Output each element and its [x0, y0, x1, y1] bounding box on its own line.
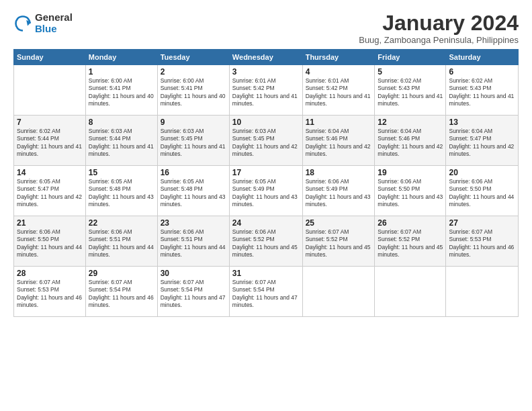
table-row: 2Sunrise: 6:00 AM Sunset: 5:41 PM Daylig…: [157, 65, 229, 116]
day-number: 24: [232, 218, 300, 228]
day-number: 15: [89, 168, 154, 177]
day-info: Sunrise: 6:05 AM Sunset: 5:48 PM Dayligh…: [161, 178, 226, 209]
day-info: Sunrise: 6:06 AM Sunset: 5:51 PM Dayligh…: [161, 228, 226, 259]
logo-line1: General: [35, 12, 73, 24]
day-info: Sunrise: 6:03 AM Sunset: 5:45 PM Dayligh…: [232, 128, 300, 158]
logo-line2: Blue: [35, 24, 73, 35]
day-number: 20: [449, 168, 515, 177]
table-row: 19Sunrise: 6:06 AM Sunset: 5:50 PM Dayli…: [375, 166, 446, 216]
col-saturday: Saturday: [446, 50, 519, 65]
day-info: Sunrise: 6:05 AM Sunset: 5:49 PM Dayligh…: [232, 178, 300, 209]
table-row: [446, 267, 519, 317]
day-info: Sunrise: 6:00 AM Sunset: 5:41 PM Dayligh…: [89, 77, 154, 108]
day-info: Sunrise: 6:07 AM Sunset: 5:53 PM Dayligh…: [17, 279, 83, 310]
day-number: 30: [161, 269, 226, 278]
calendar-week-row: 14Sunrise: 6:05 AM Sunset: 5:47 PM Dayli…: [14, 166, 519, 216]
day-info: Sunrise: 6:06 AM Sunset: 5:49 PM Dayligh…: [306, 178, 372, 209]
day-info: Sunrise: 6:06 AM Sunset: 5:50 PM Dayligh…: [17, 228, 83, 259]
day-number: 11: [306, 118, 372, 127]
page: General Blue January 2024 Buug, Zamboang…: [0, 0, 532, 411]
table-row: 7Sunrise: 6:02 AM Sunset: 5:44 PM Daylig…: [14, 116, 86, 166]
day-info: Sunrise: 6:04 AM Sunset: 5:46 PM Dayligh…: [378, 128, 443, 158]
day-number: 10: [232, 118, 300, 127]
day-number: 25: [306, 218, 372, 228]
table-row: 10Sunrise: 6:03 AM Sunset: 5:45 PM Dayli…: [229, 116, 302, 166]
table-row: 11Sunrise: 6:04 AM Sunset: 5:46 PM Dayli…: [302, 116, 375, 166]
table-row: 14Sunrise: 6:05 AM Sunset: 5:47 PM Dayli…: [14, 166, 86, 216]
day-number: 27: [449, 218, 515, 228]
calendar-week-row: 21Sunrise: 6:06 AM Sunset: 5:50 PM Dayli…: [14, 216, 519, 267]
day-info: Sunrise: 6:06 AM Sunset: 5:50 PM Dayligh…: [378, 178, 443, 209]
day-info: Sunrise: 6:01 AM Sunset: 5:42 PM Dayligh…: [232, 77, 300, 108]
day-info: Sunrise: 6:04 AM Sunset: 5:47 PM Dayligh…: [449, 128, 515, 158]
table-row: 8Sunrise: 6:03 AM Sunset: 5:44 PM Daylig…: [85, 116, 157, 166]
day-number: 7: [17, 118, 83, 127]
table-row: 5Sunrise: 6:02 AM Sunset: 5:43 PM Daylig…: [375, 65, 446, 116]
header: General Blue January 2024 Buug, Zamboang…: [13, 12, 519, 45]
day-info: Sunrise: 6:07 AM Sunset: 5:52 PM Dayligh…: [306, 228, 372, 259]
day-number: 29: [89, 269, 154, 278]
day-number: 5: [378, 67, 443, 77]
day-number: 2: [161, 67, 226, 77]
calendar-week-row: 28Sunrise: 6:07 AM Sunset: 5:53 PM Dayli…: [14, 267, 519, 317]
col-tuesday: Tuesday: [157, 50, 229, 65]
day-info: Sunrise: 6:05 AM Sunset: 5:47 PM Dayligh…: [17, 178, 83, 209]
col-sunday: Sunday: [14, 50, 86, 65]
day-number: 17: [232, 168, 300, 177]
day-info: Sunrise: 6:01 AM Sunset: 5:42 PM Dayligh…: [306, 77, 372, 108]
logo: General Blue: [13, 12, 73, 34]
day-number: 13: [449, 118, 515, 127]
table-row: 30Sunrise: 6:07 AM Sunset: 5:54 PM Dayli…: [157, 267, 229, 317]
logo-icon: [13, 14, 32, 33]
table-row: 27Sunrise: 6:07 AM Sunset: 5:53 PM Dayli…: [446, 216, 519, 267]
table-row: 22Sunrise: 6:06 AM Sunset: 5:51 PM Dayli…: [85, 216, 157, 267]
table-row: 13Sunrise: 6:04 AM Sunset: 5:47 PM Dayli…: [446, 116, 519, 166]
table-row: 28Sunrise: 6:07 AM Sunset: 5:53 PM Dayli…: [14, 267, 86, 317]
table-row: 4Sunrise: 6:01 AM Sunset: 5:42 PM Daylig…: [302, 65, 375, 116]
col-thursday: Thursday: [302, 50, 375, 65]
title-block: January 2024 Buug, Zamboanga Peninsula, …: [359, 12, 519, 45]
table-row: 31Sunrise: 6:07 AM Sunset: 5:54 PM Dayli…: [229, 267, 302, 317]
day-info: Sunrise: 6:02 AM Sunset: 5:44 PM Dayligh…: [17, 128, 83, 158]
day-info: Sunrise: 6:07 AM Sunset: 5:53 PM Dayligh…: [449, 228, 515, 259]
day-info: Sunrise: 6:02 AM Sunset: 5:43 PM Dayligh…: [449, 77, 515, 108]
col-wednesday: Wednesday: [229, 50, 302, 65]
calendar-week-row: 7Sunrise: 6:02 AM Sunset: 5:44 PM Daylig…: [14, 116, 519, 166]
table-row: 21Sunrise: 6:06 AM Sunset: 5:50 PM Dayli…: [14, 216, 86, 267]
day-info: Sunrise: 6:02 AM Sunset: 5:43 PM Dayligh…: [378, 77, 443, 108]
calendar-header-row: Sunday Monday Tuesday Wednesday Thursday…: [14, 50, 519, 65]
day-number: 14: [17, 168, 83, 177]
day-number: 28: [17, 269, 83, 278]
table-row: 3Sunrise: 6:01 AM Sunset: 5:42 PM Daylig…: [229, 65, 302, 116]
day-number: 4: [306, 67, 372, 77]
table-row: 20Sunrise: 6:06 AM Sunset: 5:50 PM Dayli…: [446, 166, 519, 216]
month-title: January 2024: [359, 12, 519, 34]
day-info: Sunrise: 6:07 AM Sunset: 5:52 PM Dayligh…: [378, 228, 443, 259]
table-row: 26Sunrise: 6:07 AM Sunset: 5:52 PM Dayli…: [375, 216, 446, 267]
table-row: 12Sunrise: 6:04 AM Sunset: 5:46 PM Dayli…: [375, 116, 446, 166]
day-info: Sunrise: 6:07 AM Sunset: 5:54 PM Dayligh…: [232, 279, 300, 310]
table-row: [14, 65, 86, 116]
day-number: 23: [161, 218, 226, 228]
day-info: Sunrise: 6:03 AM Sunset: 5:45 PM Dayligh…: [161, 128, 226, 158]
day-info: Sunrise: 6:06 AM Sunset: 5:52 PM Dayligh…: [232, 228, 300, 259]
calendar-table: Sunday Monday Tuesday Wednesday Thursday…: [13, 49, 519, 317]
day-info: Sunrise: 6:07 AM Sunset: 5:54 PM Dayligh…: [89, 279, 154, 310]
table-row: 29Sunrise: 6:07 AM Sunset: 5:54 PM Dayli…: [85, 267, 157, 317]
col-monday: Monday: [85, 50, 157, 65]
day-number: 1: [89, 67, 154, 77]
day-info: Sunrise: 6:07 AM Sunset: 5:54 PM Dayligh…: [161, 279, 226, 310]
table-row: [302, 267, 375, 317]
day-info: Sunrise: 6:03 AM Sunset: 5:44 PM Dayligh…: [89, 128, 154, 158]
day-number: 19: [378, 168, 443, 177]
day-number: 16: [161, 168, 226, 177]
calendar-week-row: 1Sunrise: 6:00 AM Sunset: 5:41 PM Daylig…: [14, 65, 519, 116]
table-row: 1Sunrise: 6:00 AM Sunset: 5:41 PM Daylig…: [85, 65, 157, 116]
day-number: 8: [89, 118, 154, 127]
location-subtitle: Buug, Zamboanga Peninsula, Philippines: [359, 35, 519, 45]
table-row: [375, 267, 446, 317]
day-number: 18: [306, 168, 372, 177]
day-info: Sunrise: 6:05 AM Sunset: 5:48 PM Dayligh…: [89, 178, 154, 209]
table-row: 23Sunrise: 6:06 AM Sunset: 5:51 PM Dayli…: [157, 216, 229, 267]
day-info: Sunrise: 6:00 AM Sunset: 5:41 PM Dayligh…: [161, 77, 226, 108]
